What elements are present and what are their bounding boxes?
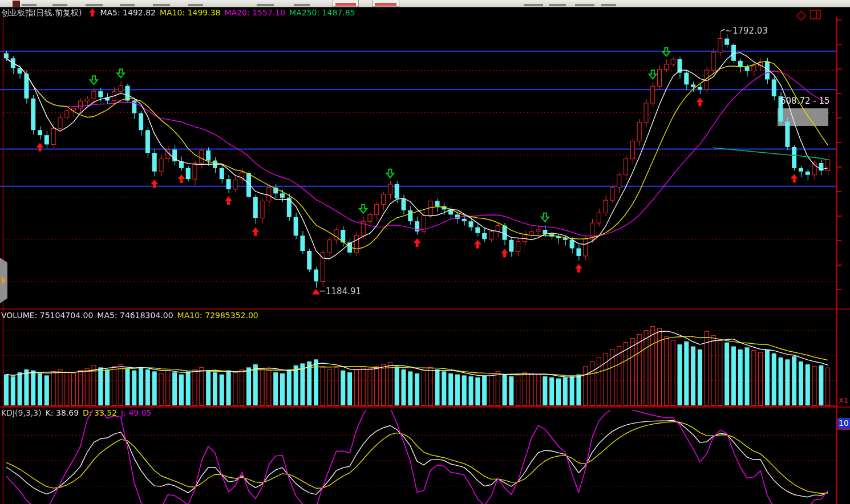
ma250-value: MA250: 1487.85 <box>289 8 355 17</box>
ma10-value: MA10: 1499.38 <box>160 8 221 17</box>
volume-scale-label[interactable]: X1 <box>839 396 848 405</box>
sidebar-expand-handle[interactable] <box>0 258 7 303</box>
trading-app-window: 创业板指(日线.前复权)MA5: 1492.82MA10: 1499.38MA2… <box>0 0 850 504</box>
kdj-indicator-label: KDJ(9,3,3) <box>1 408 42 417</box>
kdj-scale-label: 10 <box>837 418 850 430</box>
volume-value: VOLUME: 75104704.00 <box>1 311 93 320</box>
kdj-k-value: K: 38.69 <box>46 408 79 417</box>
up-arrow-icon <box>89 9 96 18</box>
kdj-header: KDJ(9,3,3)K: 38.69D: 33.52J: 49.05 <box>1 408 155 417</box>
top-menubar[interactable] <box>0 0 850 7</box>
kdj-j-value: J: 49.05 <box>121 408 151 417</box>
expand-arrow-icon <box>2 277 6 284</box>
high-price-label: ~1792.03 <box>725 26 768 36</box>
low-price-label: 1184.91 <box>326 286 361 296</box>
ma5-value: MA5: 1492.82 <box>100 8 156 17</box>
main-chart-header: 创业板指(日线.前复权)MA5: 1492.82MA10: 1499.38MA2… <box>1 8 359 18</box>
volume-ma10-value: MA10: 72985352.00 <box>177 311 258 320</box>
kdj-d-value: D: 33.52 <box>83 408 117 417</box>
chart-canvas[interactable] <box>0 0 850 504</box>
ma20-value: MA20: 1557.10 <box>225 8 286 17</box>
volume-header: VOLUME: 75104704.00MA5: 74618304.00MA10:… <box>1 311 262 320</box>
app-icon <box>13 1 20 7</box>
price-range-tooltip: 608.72 - 15 <box>780 96 830 106</box>
split-window-icon[interactable] <box>810 10 821 19</box>
volume-ma5-value: MA5: 74618304.00 <box>97 311 173 320</box>
instrument-title: 创业板指(日线.前复权) <box>1 8 82 17</box>
